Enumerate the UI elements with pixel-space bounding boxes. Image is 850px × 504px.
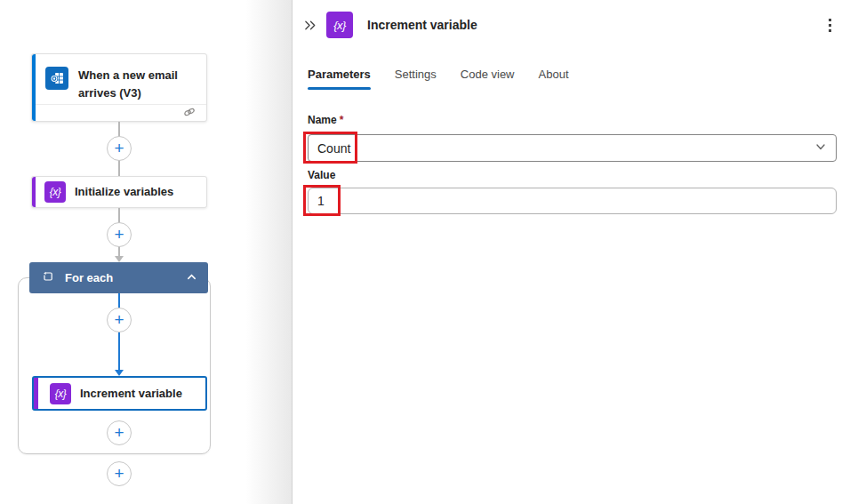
name-field-label: Name* [308,114,343,126]
connector-line-blue [118,293,120,308]
increment-variable-label: Increment variable [80,385,182,403]
trigger-node-when-a-new-email-arrives[interactable]: When a new email arrives (V3) [31,53,207,122]
tab-parameters[interactable]: Parameters [308,62,371,90]
plus-icon: + [114,424,124,441]
chevron-down-icon [814,140,827,156]
variable-icon: {x} [326,12,353,38]
variable-icon: {x} [44,181,66,203]
collapse-panel-icon[interactable] [300,14,321,36]
connector-arrowhead-blue [115,370,124,376]
panel-title: Increment variable [367,18,818,32]
initialize-variables-label: Initialize variables [75,183,173,201]
variable-accent-stripe [34,378,38,409]
value-input[interactable]: 1 [308,188,837,214]
plus-icon: + [114,465,124,482]
plus-icon: + [114,226,124,243]
value-field-label: Value [308,169,335,181]
foreach-label: For each [65,269,186,287]
tab-settings[interactable]: Settings [395,62,437,90]
insert-action-button-4[interactable]: + [107,420,132,445]
name-dropdown[interactable]: Count [308,134,837,162]
tab-about[interactable]: About [539,62,569,90]
insert-action-button-3[interactable]: + [107,308,132,332]
increment-variable-node-selected[interactable]: {x} Increment variable [32,376,207,411]
connection-link-icon[interactable] [183,106,196,122]
variable-icon: {x} [50,383,71,404]
outlook-icon [45,67,68,90]
name-dropdown-value: Count [317,141,814,156]
flow-canvas: When a new email arrives (V3) + {x} Init… [0,0,292,504]
collapse-scope-chevron-up-icon[interactable] [186,270,197,286]
required-asterisk: * [340,114,344,126]
panel-tabs: Parameters Settings Code view About [308,62,569,90]
trigger-node-label: When a new email arrives (V3) [78,67,197,101]
connector-line-blue [118,332,120,370]
foreach-node-header[interactable]: For each [29,262,208,293]
trigger-accent-stripe [32,54,36,121]
insert-action-button-1[interactable]: + [107,136,132,161]
active-tab-underline [308,87,371,90]
value-input-text: 1 [317,194,325,208]
action-details-panel: {x} Increment variable Parameters Settin… [293,0,850,504]
plus-icon: + [114,311,124,328]
more-options-icon[interactable] [818,13,841,36]
variable-accent-stripe [32,177,36,207]
panel-header: {x} Increment variable [300,9,843,41]
insert-action-button-5[interactable]: + [107,461,132,486]
tab-code-view[interactable]: Code view [461,62,515,90]
insert-action-button-2[interactable]: + [107,222,132,247]
plus-icon: + [114,140,124,156]
loop-icon [42,270,54,286]
initialize-variables-node[interactable]: {x} Initialize variables [31,176,207,208]
connector-arrowhead [115,256,124,262]
